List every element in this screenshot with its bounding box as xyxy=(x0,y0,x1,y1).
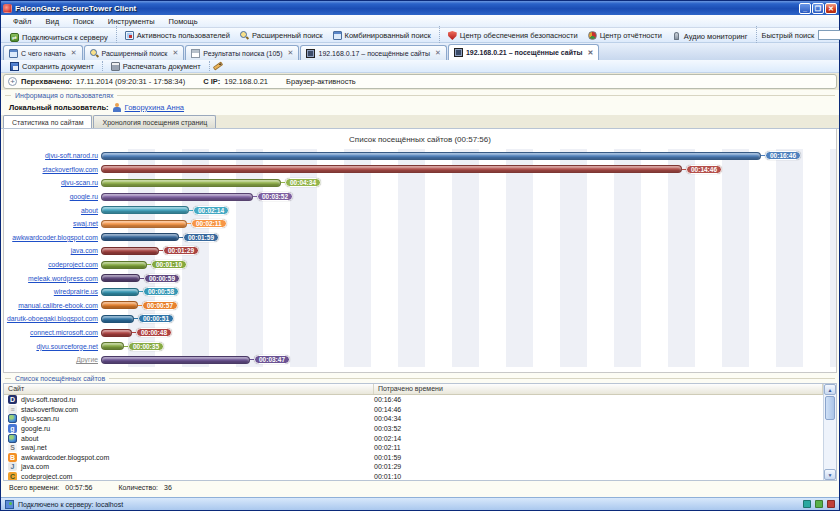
document-tab[interactable]: С чего начать✕ xyxy=(3,45,83,60)
document-tab-label: 192.168.0.21 – посещённые сайты xyxy=(466,49,583,56)
chart-site-link[interactable]: awkwardcoder.blogspot.com xyxy=(4,234,101,241)
chart-bar[interactable] xyxy=(101,315,134,323)
table-row[interactable]: Ddjvu-soft.narod.ru00:16:46 xyxy=(4,395,823,405)
report-center-icon xyxy=(588,31,597,40)
toolbar-button[interactable]: Активность пользователей xyxy=(120,30,235,41)
chart-bar[interactable] xyxy=(101,152,761,160)
toolbar-button[interactable]: Расширенный поиск xyxy=(235,30,328,41)
document-tab[interactable]: 192.168.0.17 – посещённые сайты✕ xyxy=(300,45,446,60)
menu-item[interactable]: Поиск xyxy=(67,16,100,27)
table-row[interactable]: Sswaj.net00:02:11 xyxy=(4,443,823,453)
toolbar-button[interactable]: Комбинированный поиск xyxy=(328,30,436,41)
chart-site-link[interactable]: connect.microsoft.com xyxy=(4,329,101,336)
chart-site-link[interactable]: meleak.wordpress.com xyxy=(4,275,101,282)
ip-value: 192.168.0.21 xyxy=(224,77,268,86)
tab-close-icon[interactable]: ✕ xyxy=(172,49,178,57)
chart-bar[interactable] xyxy=(101,261,147,269)
chart-site-link[interactable]: djvu.sourceforge.net xyxy=(4,343,101,350)
captured-label: Перехвачено: xyxy=(21,77,72,86)
chart-site-link[interactable]: djvu-scan.ru xyxy=(4,179,101,186)
minimize-button[interactable]: _ xyxy=(799,3,811,14)
chart-site-link[interactable]: wiredprairie.us xyxy=(4,288,101,295)
scroll-up-icon[interactable]: ▲ xyxy=(824,384,836,395)
chart-bar[interactable] xyxy=(101,329,132,337)
status-indicator-red-icon[interactable] xyxy=(827,500,835,508)
scroll-thumb[interactable] xyxy=(825,396,835,420)
chart-bar[interactable] xyxy=(101,274,140,282)
chart-bar[interactable] xyxy=(101,288,139,296)
chart-bar[interactable] xyxy=(101,193,253,201)
chart-value-label: 00:01:29 xyxy=(163,246,199,255)
menu-item[interactable]: Вид xyxy=(39,16,65,27)
chart-site-link[interactable]: stackoverflow.com xyxy=(4,166,101,173)
column-time[interactable]: Потрачено времени xyxy=(374,384,823,394)
status-indicator-teal-icon[interactable] xyxy=(803,500,811,508)
chart-bar[interactable] xyxy=(101,206,189,214)
chart-bar[interactable] xyxy=(101,179,281,187)
time-cell: 00:01:10 xyxy=(374,473,401,480)
toolbar-button[interactable]: Центр обеспечения безопасности xyxy=(443,30,583,41)
toolbar-button[interactable]: Центр отчётности xyxy=(583,30,667,41)
chart-bar[interactable] xyxy=(101,233,179,241)
save-icon xyxy=(10,62,19,71)
tab-close-icon[interactable]: ✕ xyxy=(587,49,593,57)
table-row[interactable]: djvu-scan.ru00:04:34 xyxy=(4,414,823,424)
table-row[interactable]: ≡stackoverflow.com00:14:46 xyxy=(4,405,823,415)
save-document-button[interactable]: Сохранить документ xyxy=(5,61,99,72)
document-tab[interactable]: Расширенный поиск✕ xyxy=(84,45,185,60)
tab-close-icon[interactable]: ✕ xyxy=(288,49,294,57)
print-document-button[interactable]: Распечатать документ xyxy=(106,61,206,72)
toolbar-button-label: Центр обеспечения безопасности xyxy=(460,31,578,40)
site-name: stackoverflow.com xyxy=(21,406,78,413)
chart-site-link[interactable]: about xyxy=(4,207,101,214)
table-row[interactable]: about00:02:14 xyxy=(4,433,823,443)
tab-close-icon[interactable]: ✕ xyxy=(71,49,77,57)
menu-item[interactable]: Помощь xyxy=(163,16,204,27)
view-tab-strip: Статистика по сайтамХронология посещения… xyxy=(1,115,839,129)
view-tab[interactable]: Хронология посещения страниц xyxy=(93,115,216,128)
chart-bar[interactable] xyxy=(101,356,250,364)
table-row[interactable]: ggoogle.ru00:03:52 xyxy=(4,424,823,434)
chart-bar[interactable] xyxy=(101,342,124,350)
document-tab[interactable]: 192.168.0.21 – посещённые сайты✕ xyxy=(448,44,599,60)
scroll-down-icon[interactable]: ▼ xyxy=(824,469,836,480)
expander-icon[interactable]: + xyxy=(8,77,17,86)
chart-site-link[interactable]: google.ru xyxy=(4,193,101,200)
time-cell: 00:16:46 xyxy=(374,396,401,403)
status-indicator-green-icon[interactable] xyxy=(815,500,823,508)
chart-site-link[interactable]: Другие xyxy=(4,356,101,363)
chart-bar[interactable] xyxy=(101,165,682,173)
toolbar-button[interactable]: ⇄Подключиться к серверу xyxy=(5,32,113,43)
chart-bar[interactable] xyxy=(101,247,159,255)
close-button[interactable]: ✕ xyxy=(825,3,837,14)
user-link[interactable]: Говорухина Анна xyxy=(125,103,184,112)
chart-site-link[interactable]: djvu-soft.narod.ru xyxy=(4,152,101,159)
quick-search-input[interactable] xyxy=(818,30,840,40)
time-cell: 00:14:46 xyxy=(374,406,401,413)
menu-item[interactable]: Инструменты xyxy=(102,16,161,27)
chart-row: djvu-scan.ru00:04:34 xyxy=(4,176,836,190)
table-row[interactable]: Bawkwardcoder.blogspot.com00:01:59 xyxy=(4,453,823,463)
user-info-section-header: Информация о пользователях xyxy=(1,90,839,100)
chart-site-link[interactable]: manual.calibre-ebook.com xyxy=(4,302,101,309)
site-favicon-icon: B xyxy=(8,453,17,462)
document-tab[interactable]: Результаты поиска (105)✕ xyxy=(185,45,299,60)
column-site[interactable]: Сайт xyxy=(4,384,374,394)
tab-close-icon[interactable]: ✕ xyxy=(435,49,441,57)
toolbar-button-label: Аудио мониторинг xyxy=(684,32,748,41)
table-row[interactable]: Jjava.com00:01:29 xyxy=(4,462,823,472)
toolbar-button[interactable]: Аудио мониторинг xyxy=(667,31,753,42)
table-row[interactable]: Ccodeproject.com00:01:10 xyxy=(4,472,823,480)
menu-item[interactable]: Файл xyxy=(7,16,37,27)
chart-title: Список посещённых сайтов (00:57:56) xyxy=(4,135,836,149)
chart-bar[interactable] xyxy=(101,220,187,228)
chart-site-link[interactable]: codeproject.com xyxy=(4,261,101,268)
chart-site-link[interactable]: java.com xyxy=(4,247,101,254)
chart-site-link[interactable]: swaj.net xyxy=(4,220,101,227)
pencil-icon[interactable] xyxy=(212,61,222,70)
chart-site-link[interactable]: darutk-oboegaki.blogspot.com xyxy=(4,315,101,322)
chart-bar[interactable] xyxy=(101,301,138,309)
view-tab[interactable]: Статистика по сайтам xyxy=(3,115,92,128)
restore-button[interactable]: ❐ xyxy=(812,3,824,14)
table-scrollbar[interactable]: ▲ ▼ xyxy=(823,384,836,480)
